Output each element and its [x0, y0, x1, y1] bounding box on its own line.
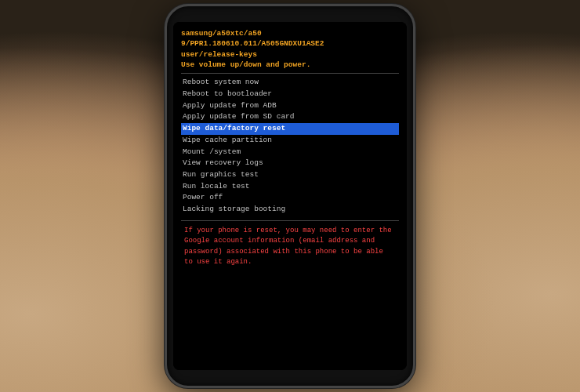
phone-device: samsung/a50xtc/a50 9/PPR1.180610.011/A50… — [165, 4, 415, 388]
menu-item-6[interactable]: Mount /system — [181, 147, 399, 158]
volume-up-button — [165, 69, 166, 89]
menu-item-5[interactable]: Wipe cache partition — [181, 135, 399, 147]
menu-item-4[interactable]: Wipe data/factory reset — [181, 123, 399, 135]
menu-item-3[interactable]: Apply update from SD card — [181, 111, 399, 123]
header-line-3: user/release-keys — [181, 49, 399, 60]
header-section: samsung/a50xtc/a50 9/PPR1.180610.011/A50… — [181, 28, 399, 70]
scene: samsung/a50xtc/a50 9/PPR1.180610.011/A50… — [0, 0, 580, 392]
power-button — [414, 85, 415, 116]
screen-content: samsung/a50xtc/a50 9/PPR1.180610.011/A50… — [173, 22, 407, 370]
header-line-4: Use volume up/down and power. — [181, 60, 399, 70]
menu-item-7[interactable]: View recovery logs — [181, 158, 399, 169]
menu-item-11[interactable]: Lacking storage booting — [181, 204, 399, 216]
menu-item-8[interactable]: Run graphics test — [181, 169, 399, 181]
recovery-menu: Reboot system nowReboot to bootloaderApp… — [181, 77, 399, 216]
divider-top — [181, 73, 399, 74]
volume-down-button — [165, 96, 166, 116]
warning-section: If your phone is reset, you may need to … — [181, 220, 399, 268]
menu-item-2[interactable]: Apply update from ADB — [181, 100, 399, 112]
menu-item-1[interactable]: Reboot to bootloader — [181, 89, 399, 100]
header-line-2: 9/PPR1.180610.011/A505GNDXU1ASE2 — [181, 38, 399, 49]
warning-text: If your phone is reset, you may need to … — [181, 226, 399, 268]
phone-screen: samsung/a50xtc/a50 9/PPR1.180610.011/A50… — [173, 22, 407, 370]
menu-item-10[interactable]: Power off — [181, 192, 399, 204]
header-line-1: samsung/a50xtc/a50 — [181, 28, 399, 38]
menu-item-9[interactable]: Run locale test — [181, 181, 399, 193]
menu-item-0[interactable]: Reboot system now — [181, 77, 399, 89]
